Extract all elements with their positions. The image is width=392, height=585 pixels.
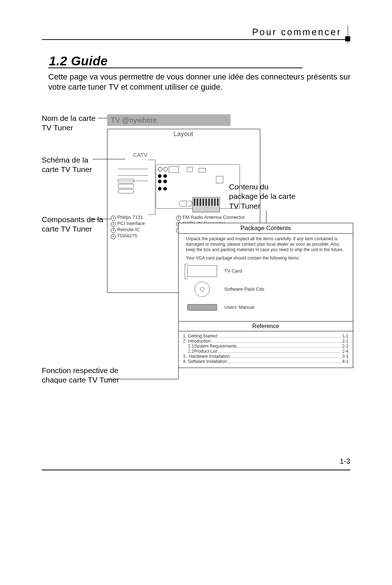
remote-control-icon <box>192 197 220 212</box>
port-dot-icon <box>158 180 162 183</box>
tv-card-icon <box>187 265 217 277</box>
catv-label: CATV <box>133 152 147 158</box>
ref-page: 3-1 <box>342 354 348 359</box>
ref-page: 2-2 <box>342 344 348 349</box>
plug-icon <box>118 184 134 188</box>
legend-text: PCI Interface <box>117 221 145 226</box>
legend-bullet-icon: 4 <box>111 234 116 239</box>
legend-bullet-icon: 5 <box>176 216 181 221</box>
document-page: Pour commencer 1.2 Guide Cette page va v… <box>42 0 350 585</box>
package-item: Users' Manual <box>186 299 349 315</box>
legend-text: Philips 7131 <box>117 214 143 220</box>
callout-components: Composants de la carte TV Tuner <box>42 215 103 234</box>
legend-bullet-icon: 1 <box>111 216 116 221</box>
plug-icon <box>118 179 134 183</box>
callout-reference: Fonction respective de chaque carte TV T… <box>42 366 136 385</box>
ref-entry: 3.. Hardware Installation <box>183 354 230 359</box>
reference-title: Reference <box>179 321 353 331</box>
package-contents-box: Package Contents Unpack the package and … <box>178 223 353 368</box>
port-dot-icon <box>158 187 162 191</box>
ref-page: 2-4 <box>342 349 348 354</box>
package-paragraph: Unpack the package and inspect all the i… <box>186 236 349 253</box>
manual-icon <box>187 304 217 311</box>
chip-icon <box>216 176 223 183</box>
ir-sensor-icon <box>179 201 187 206</box>
ref-entry: 4. Software Installation <box>183 359 227 364</box>
reference-body: 1. Getting Started1-1 2. Introduction2-1… <box>179 331 353 368</box>
page-number: 1-3 <box>340 457 350 466</box>
card-bracket-icon <box>148 160 155 215</box>
ref-page: 4-1 <box>342 359 348 364</box>
header-square-icon <box>345 36 350 41</box>
callout-line <box>266 210 266 223</box>
figure-tab: TV @nywhere <box>107 114 230 126</box>
package-item-label: TV Card <box>224 268 242 274</box>
ref-page: 1-1 <box>342 334 348 339</box>
port-dot-icon <box>163 180 167 183</box>
ref-page: 2-1 <box>342 339 348 344</box>
legend-bullet-icon: 3 <box>111 228 116 233</box>
package-title: Package Contents <box>179 223 353 234</box>
package-item: TV Card <box>186 263 349 279</box>
legend-bullet-icon: 2 <box>111 222 116 227</box>
callout-line <box>106 379 178 379</box>
port-circle-icon <box>163 167 168 171</box>
section-title: 1.2 Guide <box>49 54 108 68</box>
legend-text: TDA8275 <box>117 233 137 238</box>
port-dot-icon <box>163 174 167 178</box>
disc-icon <box>195 282 210 297</box>
ref-entry: 2. Introduction <box>183 339 211 344</box>
wire-icon <box>118 175 148 176</box>
chip-icon <box>169 166 179 173</box>
callout-card-name: Nom de la carte TV Tuner <box>42 114 103 133</box>
figure-label: Layout <box>107 130 260 138</box>
chip-icon <box>199 168 206 172</box>
plug-icon <box>118 189 134 193</box>
section-underline <box>48 68 302 68</box>
ref-entry: 2.2Product List <box>188 349 217 354</box>
header-rule <box>42 39 350 40</box>
callout-schematic: Schéma de la carte TV Tuner <box>42 155 103 175</box>
package-item-label: Software Pack Cds <box>224 286 265 292</box>
legend-left: 1Philips 7131 2PCI Interface 3Remote IC … <box>111 214 145 239</box>
port-dot-icon <box>163 187 167 191</box>
legend-text: Remote IC <box>117 227 140 232</box>
port-circle-icon <box>158 167 162 171</box>
package-item-label: Users' Manual <box>224 304 254 310</box>
chip-icon <box>187 167 193 172</box>
wire-icon <box>118 169 148 169</box>
package-paragraph: Your VGA card package should contain the… <box>186 255 349 261</box>
port-dot-icon <box>158 174 162 178</box>
legend-text: FM Radio Antenna Connector <box>183 214 245 220</box>
footer-rule <box>42 470 350 470</box>
chapter-header: Pour commencer <box>252 27 342 37</box>
intro-paragraph: Cette page va vous permettre de vous don… <box>48 72 353 92</box>
package-item: Software Pack Cds <box>186 281 349 297</box>
